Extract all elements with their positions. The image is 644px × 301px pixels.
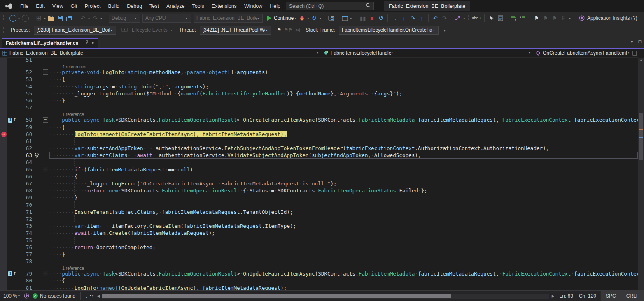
flagged-threads-icon[interactable]: ⚑⚑ [284, 25, 293, 35]
code-line[interactable]: 76········return·OperationCompleted; [0, 244, 638, 251]
code-text[interactable]: ····public·async·Task<SDKContracts.Fabri… [49, 270, 638, 277]
search-icon[interactable] [366, 3, 371, 9]
code-text[interactable] [49, 104, 638, 111]
breakpoint-margin[interactable] [0, 244, 7, 251]
scrollbar-mark-breakpoint[interactable] [639, 129, 643, 130]
codelens-references-link[interactable]: 1 reference [62, 112, 84, 116]
suggestions-dropdown-icon[interactable]: ▾ [463, 16, 465, 20]
breakpoint-margin[interactable] [0, 90, 7, 97]
breakpoint-margin[interactable] [0, 159, 7, 166]
parallel-stacks-icon[interactable]: ⋈ [294, 25, 302, 35]
code-text[interactable]: ········return·OperationCompleted; [49, 244, 638, 251]
startup-project-dropdown[interactable]: Fabric_Extension_BE_Boilerplate▾ [194, 14, 263, 23]
menu-help[interactable]: Help [266, 0, 284, 12]
member-dropdown[interactable]: OnCreateFabricItemAsync(FabricItemMetada… [533, 49, 632, 57]
find-in-files-icon[interactable] [327, 14, 335, 23]
line-ending-indicator[interactable]: CRLF [621, 291, 644, 301]
format-document-icon[interactable] [510, 14, 518, 23]
code-text[interactable] [49, 159, 638, 166]
breakpoint-margin[interactable] [0, 251, 7, 258]
code-text[interactable]: ····{ [49, 124, 638, 131]
breakpoint-margin[interactable] [0, 237, 7, 244]
breakpoint-margin[interactable] [0, 145, 7, 152]
spaces-indicator[interactable]: SPC [600, 291, 621, 301]
code-text[interactable]: ········string·args·=·string.Join(",·",·… [49, 83, 638, 90]
code-line[interactable]: 65−········if·(fabricItemMetadataRequest… [0, 166, 638, 173]
menu-file[interactable]: File [16, 0, 32, 12]
redo-dropdown-icon[interactable]: ▾ [100, 16, 102, 20]
open-folder-icon[interactable] [47, 14, 55, 23]
bookmarks-dropdown-icon[interactable]: ▾ [569, 16, 571, 20]
restart-application-icon[interactable]: ↻ [310, 14, 318, 23]
code-text[interactable]: ············return·new·SDKContracts.Fabr… [49, 187, 638, 194]
breakpoint-margin[interactable] [0, 222, 7, 229]
code-line[interactable]: 54········string·args·=·string.Join(",·"… [0, 83, 638, 90]
code-text[interactable]: ········_logger.LogInformation($"Method:… [49, 90, 638, 97]
member-dropdown-caret-icon[interactable]: ▾ [628, 51, 629, 55]
next-bookmark-icon[interactable]: ⚑ [551, 14, 559, 23]
undo-dropdown-icon[interactable]: ▾ [88, 16, 90, 20]
code-text[interactable]: ····{ [49, 277, 638, 284]
code-text[interactable] [49, 138, 638, 145]
code-line[interactable]: I↑79−····public·async·Task<SDKContracts.… [0, 270, 638, 277]
close-tab-icon[interactable]: × [91, 40, 94, 46]
continue-button[interactable]: Continue [267, 14, 294, 23]
menu-view[interactable]: View [49, 0, 67, 12]
code-text[interactable]: ········LogInfo(nameof(OnUpdateFabricIte… [49, 285, 638, 290]
code-text[interactable]: ····{ [49, 76, 638, 83]
code-line[interactable]: 70 [0, 201, 638, 208]
code-line[interactable]: 59····{ [0, 124, 638, 131]
debugbar-grip[interactable] [3, 27, 6, 33]
pin-tab-icon[interactable] [85, 40, 89, 46]
hot-reload-icon[interactable] [298, 14, 306, 23]
hscroll-right-arrow-icon[interactable]: ▶ [552, 294, 555, 298]
code-text[interactable] [49, 258, 638, 265]
code-line[interactable]: 74········await·item.Create(fabricItemMe… [0, 229, 638, 236]
code-line[interactable]: 55········_logger.LogInformation($"Metho… [0, 90, 638, 97]
breakpoint-margin[interactable] [0, 173, 7, 180]
zoom-level-dropdown[interactable]: 100 %▾ [3, 293, 21, 299]
float-window-icon[interactable]: ⊡ [638, 39, 642, 44]
save-all-icon[interactable] [65, 14, 73, 23]
breakpoint-margin[interactable] [0, 187, 7, 194]
code-text[interactable] [49, 58, 638, 63]
code-line[interactable]: 80····{ [0, 277, 638, 284]
menu-project[interactable]: Project [81, 0, 105, 12]
breakpoint-margin[interactable] [0, 97, 7, 104]
code-text[interactable]: ········var·item·=·_itemFactory.CreateIt… [49, 222, 638, 229]
restart-debugging-icon[interactable]: ↺ [377, 14, 385, 23]
breakpoint-margin[interactable] [0, 201, 7, 208]
breakpoint-margin[interactable] [0, 58, 7, 63]
code-line[interactable]: 61 [0, 138, 638, 145]
thread-dropdown[interactable]: [34212] .NET ThreadPool Worker▾ [200, 26, 271, 35]
collapse-region-button[interactable]: − [43, 271, 48, 276]
tab-list-dropdown-icon[interactable]: ▼ [630, 39, 634, 44]
column-indicator[interactable]: Ch: 120 [579, 293, 596, 299]
breakpoint-margin[interactable] [0, 166, 7, 173]
breakpoint-margin[interactable] [0, 138, 7, 145]
undo-icon[interactable]: ↶ [79, 14, 87, 23]
code-line[interactable]: 67············_logger.LogError("OnCreate… [0, 180, 638, 187]
solution-name-label[interactable]: Fabric_Extension_BE_Boilerplate [384, 1, 470, 11]
save-icon[interactable] [56, 14, 64, 23]
code-line[interactable]: 53····{ [0, 76, 638, 83]
breakpoint-margin[interactable] [0, 208, 7, 215]
stop-debugging-icon[interactable]: ■ [368, 14, 376, 23]
new-project-dropdown-icon[interactable]: ▾ [44, 16, 46, 20]
code-text[interactable]: ············_logger.LogError("OnCreateFa… [49, 180, 638, 187]
step-over-icon[interactable]: ↷ [408, 14, 417, 23]
code-line[interactable]: →60········LogInfo(nameof(OnCreateFabric… [0, 131, 638, 138]
code-text[interactable]: ········if·(fabricItemMetadataRequest·==… [49, 166, 638, 173]
code-line[interactable]: 73········var·item·=·_itemFactory.Create… [0, 222, 638, 229]
breakpoint-margin[interactable] [0, 194, 7, 201]
breakpoint-margin[interactable] [0, 270, 7, 277]
restart-dropdown-icon[interactable]: ▾ [320, 16, 321, 20]
breakpoint-margin[interactable] [0, 69, 7, 76]
code-text[interactable]: ········await·item.Create(fabricItemMeta… [49, 229, 638, 236]
stack-frame-dropdown[interactable]: FabricItemsLifecycleHandler.OnCreateFab▾ [339, 26, 439, 35]
horizontal-scrollbar[interactable] [102, 294, 549, 299]
scrollbar-mark-caret[interactable] [639, 137, 643, 138]
codelens-text[interactable]: 4 references [49, 63, 638, 69]
code-line[interactable]: 77····} [0, 251, 638, 258]
code-line[interactable]: 62········var·subjectAndAppToken·=·_auth… [0, 145, 638, 152]
